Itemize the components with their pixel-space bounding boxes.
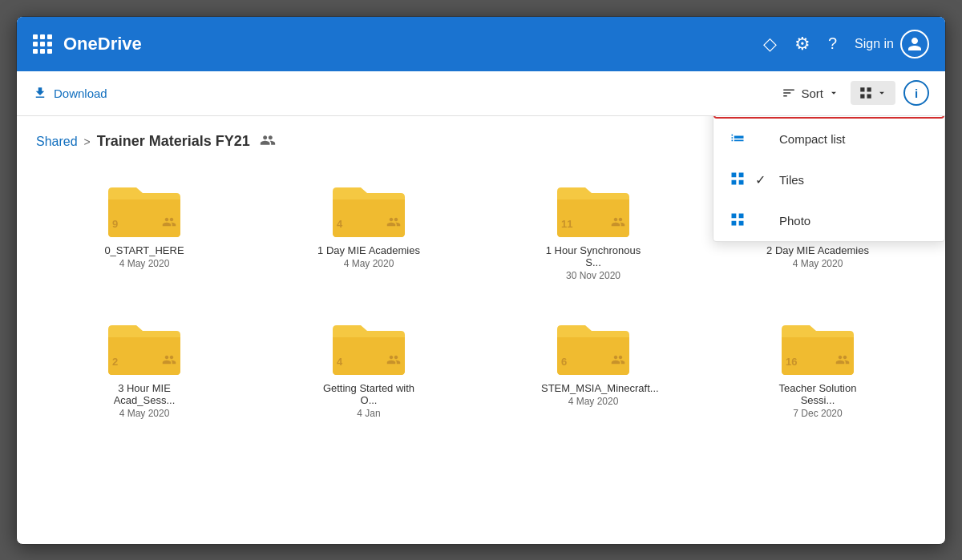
app-window: OneDrive ◇ ⚙ ? Sign in Download xyxy=(16,16,946,545)
folder-person-icon xyxy=(835,353,850,369)
list-item[interactable]: 2 3 Hour MIE Acad_Sess... 4 May 2020 xyxy=(36,305,253,427)
sign-in-label: Sign in xyxy=(855,37,894,51)
folder-badge: 4 xyxy=(337,218,342,230)
toolbar-right: Sort i xyxy=(774,80,929,106)
folder-person-icon xyxy=(162,353,176,369)
list-item[interactable]: 4 1 Day MIE Academies 4 May 2020 xyxy=(261,167,477,289)
settings-icon[interactable]: ⚙ xyxy=(794,34,810,54)
dropdown-photo-item[interactable]: Photo xyxy=(713,200,944,241)
file-name: 3 Hour MIE Acad_Sess... xyxy=(92,382,196,406)
dropdown-list-item[interactable]: List ← xyxy=(713,116,944,119)
tiles-label: Tiles xyxy=(779,173,804,187)
avatar xyxy=(900,30,929,58)
sort-button[interactable]: Sort xyxy=(774,81,847,105)
file-date: 4 May 2020 xyxy=(568,396,619,407)
folder-badge: 6 xyxy=(561,356,567,368)
dropdown-compact-list-item[interactable]: Compact list xyxy=(713,119,944,159)
download-button[interactable]: Download xyxy=(33,86,107,100)
diamond-icon[interactable]: ◇ xyxy=(763,34,777,54)
header-actions: ◇ ⚙ ? Sign in xyxy=(763,30,929,58)
toolbar: Download Sort i xyxy=(17,71,945,116)
file-name: 2 Day MIE Academies xyxy=(766,244,869,256)
breadcrumb-shared[interactable]: Shared xyxy=(36,135,78,149)
folder-badge: 11 xyxy=(561,218,572,230)
folder-person-icon xyxy=(386,353,401,369)
file-date: 30 Nov 2020 xyxy=(566,270,620,281)
folder-person-icon xyxy=(611,353,625,369)
folder-badge: 4 xyxy=(337,356,342,368)
view-dropdown: List ← Compact list ✓ Tiles xyxy=(713,116,945,242)
tiles-check: ✓ xyxy=(755,172,770,187)
sign-in-button[interactable]: Sign in xyxy=(855,30,929,58)
download-label: Download xyxy=(54,87,107,100)
help-icon[interactable]: ? xyxy=(828,34,837,53)
compact-list-label: Compact list xyxy=(779,132,846,146)
info-button[interactable]: i xyxy=(903,80,929,106)
folder-person-icon xyxy=(611,215,625,232)
file-name: 0_START_HERE xyxy=(104,244,184,256)
sort-label: Sort xyxy=(801,87,823,100)
breadcrumb-separator: > xyxy=(84,135,91,148)
folder-badge: 16 xyxy=(786,356,797,368)
dropdown-tiles-item[interactable]: ✓ Tiles xyxy=(713,159,944,200)
view-button[interactable] xyxy=(851,81,895,105)
file-date: 4 Jan xyxy=(357,408,380,419)
photo-icon xyxy=(730,212,746,230)
list-item[interactable]: 4 Getting Started with O... 4 Jan xyxy=(261,305,477,427)
shared-folder-icon xyxy=(260,132,276,151)
file-date: 7 Dec 2020 xyxy=(793,408,842,419)
tiles-icon xyxy=(730,171,746,189)
file-date: 4 May 2020 xyxy=(119,408,170,419)
folder-badge: 2 xyxy=(112,356,118,368)
breadcrumb-current: Trainer Materials FY21 xyxy=(97,133,250,150)
content-area: Shared > Trainer Materials FY21 9 xyxy=(17,116,945,544)
file-date: 4 May 2020 xyxy=(119,258,170,269)
file-name: 1 Day MIE Academies xyxy=(317,244,420,256)
list-item[interactable]: 9 0_START_HERE 4 May 2020 xyxy=(36,167,253,289)
file-date: 4 May 2020 xyxy=(344,258,394,269)
app-grid-icon[interactable] xyxy=(33,34,52,54)
photo-label: Photo xyxy=(779,214,810,228)
header: OneDrive ◇ ⚙ ? Sign in xyxy=(17,17,945,71)
list-item[interactable]: 11 1 Hour Synchronous S... 30 Nov 2020 xyxy=(485,167,701,289)
app-title: OneDrive xyxy=(63,34,763,54)
list-item[interactable]: 16 Teacher Solution Sessi... 7 Dec 2020 xyxy=(709,305,926,427)
folder-person-icon xyxy=(162,215,176,232)
folder-badge: 9 xyxy=(112,218,118,230)
file-name: STEM_MSIA_Minecraft... xyxy=(541,382,645,394)
list-item[interactable]: 6 STEM_MSIA_Minecraft... 4 May 2020 xyxy=(485,305,701,427)
folder-person-icon xyxy=(386,215,401,232)
compact-list-icon xyxy=(730,130,746,148)
file-name: 1 Hour Synchronous S... xyxy=(541,244,645,268)
file-date: 4 May 2020 xyxy=(793,258,843,269)
file-name: Getting Started with O... xyxy=(317,382,421,406)
file-name: Teacher Solution Sessi... xyxy=(766,382,870,406)
